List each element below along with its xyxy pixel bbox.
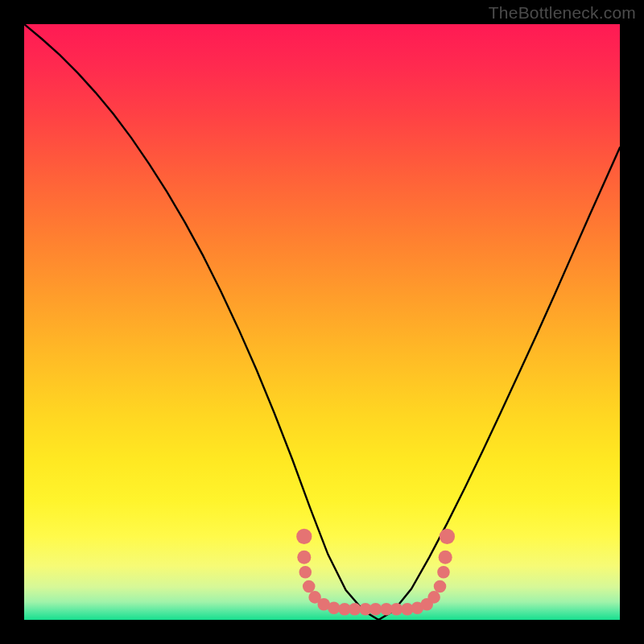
marker-dot bbox=[434, 580, 447, 593]
chart-frame: TheBottleneck.com bbox=[0, 0, 644, 644]
marker-dot bbox=[369, 603, 382, 616]
marker-dot bbox=[303, 580, 316, 593]
marker-dot bbox=[297, 551, 311, 564]
plot-area bbox=[24, 24, 620, 620]
marker-dot bbox=[440, 529, 455, 544]
marker-dot bbox=[390, 603, 403, 616]
marker-dot bbox=[328, 601, 341, 614]
marker-dot bbox=[296, 529, 312, 544]
marker-dot bbox=[437, 566, 450, 579]
watermark-text: TheBottleneck.com bbox=[489, 3, 636, 23]
marker-dot bbox=[439, 551, 452, 564]
marker-dot bbox=[349, 603, 361, 616]
bottleneck-chart bbox=[24, 24, 620, 620]
marker-dot bbox=[299, 566, 312, 579]
marker-dot bbox=[427, 591, 440, 604]
